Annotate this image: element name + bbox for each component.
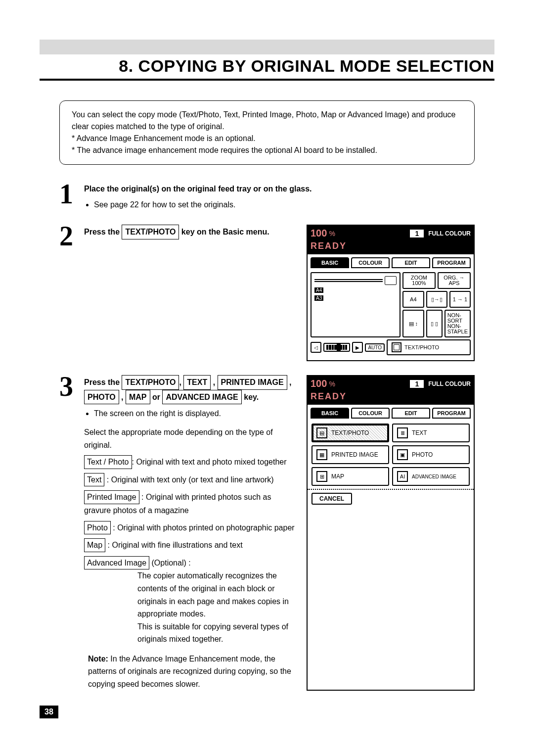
text: Press the [84, 228, 122, 236]
tab-basic[interactable]: BASIC [311, 257, 349, 268]
mode-text-desc: : Original with text only (or text and l… [104, 475, 273, 484]
sort-icon[interactable]: ▯ ▯ [426, 310, 443, 337]
tab-edit[interactable]: EDIT [392, 408, 430, 419]
nonsort-nonstaple[interactable]: NON-SORTNON-STAPLE [445, 310, 471, 337]
tab-edit[interactable]: EDIT [392, 257, 430, 268]
density-track[interactable] [323, 343, 350, 352]
key-photo: PHOTO [84, 390, 119, 405]
mode-map-desc: : Original with fine illustrations and t… [105, 541, 242, 549]
tab-program[interactable]: PROGRAM [432, 408, 471, 419]
mode-textphoto-label: Text / Photo [84, 455, 132, 469]
mode-photo-label: Photo [84, 521, 111, 535]
mode-btn-advanced[interactable]: AIADVANCED IMAGE [392, 467, 470, 486]
advanced-image-icon: AI [397, 471, 408, 482]
step-number: 1 [59, 183, 84, 211]
step1-bullet: See page 22 for how to set the originals… [94, 198, 475, 211]
density-right[interactable]: ▶ [352, 342, 363, 353]
hand-feed-icon [385, 276, 397, 285]
org-aps-button[interactable]: ORG. →APSA4 [438, 272, 471, 289]
full-colour-label: FULL COLOUR [428, 380, 471, 387]
intro-box: You can select the copy mode (Text/Photo… [59, 100, 475, 165]
step-2: 2 Press the TEXT/PHOTO key on the Basic … [59, 225, 475, 361]
percent-sign: % [329, 230, 335, 237]
mode-textphoto-desc: : Original with text and photo mixed tog… [132, 458, 287, 466]
percent-sign: % [329, 380, 335, 388]
step-3: 3 Press the TEXT/PHOTO, TEXT , PRINTED I… [59, 375, 475, 690]
note-body: In the Advance Image Enhancement mode, t… [88, 655, 291, 688]
paper-tray-area[interactable]: A4 A3 [311, 272, 400, 337]
intro-line: * Advance Image Enhancement mode is an o… [72, 133, 462, 144]
title-rule [40, 79, 494, 81]
full-colour-label: FULL COLOUR [428, 230, 471, 237]
tray-adjust-icon[interactable]: ▤ ↕ [402, 310, 424, 337]
step-number: 3 [59, 375, 84, 690]
step3-lead: Press the TEXT/PHOTO, TEXT , PRINTED IMA… [84, 375, 295, 404]
tab-basic[interactable]: BASIC [311, 408, 349, 419]
text: key on the Basic menu. [179, 228, 269, 236]
mode-btn-textphoto[interactable]: ▤TEXT/PHOTO [312, 424, 389, 442]
mode-advanced-desc2: This is suitable for copying several typ… [84, 620, 295, 646]
mode-btn-map[interactable]: ⊞MAP [312, 467, 389, 486]
printed-image-icon: ▦ [316, 449, 327, 460]
step3-bullet: The screen on the right is displayed. [94, 407, 295, 420]
zoom-percent: 100 [311, 228, 327, 239]
a3-tray-label: A3 [314, 295, 323, 301]
textphoto-icon [392, 342, 401, 352]
key-text: TEXT [183, 375, 211, 390]
page-title: 8. COPYING BY ORIGINAL MODE SELECTION [119, 56, 494, 75]
note-label: Note: [88, 655, 108, 663]
textphoto-icon: ▤ [316, 427, 327, 438]
key-advanced-image: ADVANCED IMAGE [162, 390, 241, 405]
mode-advanced-optional: (Optional) : [149, 559, 191, 567]
mode-btn-photo[interactable]: ▣PHOTO [392, 445, 470, 464]
zoom-percent: 100 [311, 378, 327, 389]
select-line: Select the appropriate mode depending on… [84, 426, 295, 451]
intro-line: You can select the copy mode (Text/Photo… [72, 109, 462, 133]
photo-icon: ▣ [397, 449, 408, 460]
copies-count: 1 [409, 379, 424, 388]
cancel-button[interactable]: CANCEL [312, 493, 352, 505]
step-1: 1 Place the original(s) on the original … [59, 183, 475, 211]
text-icon: ≣ [397, 427, 408, 438]
tab-program[interactable]: PROGRAM [432, 257, 471, 268]
step2-lead: Press the TEXT/PHOTO key on the Basic me… [84, 225, 295, 239]
mode-btn-text[interactable]: ≣TEXT [392, 424, 470, 442]
textphoto-button[interactable]: TEXT/PHOTO [387, 339, 471, 355]
map-icon: ⊞ [316, 471, 327, 482]
density-left[interactable]: ◁ [311, 342, 321, 353]
copier-panel-modes: 100 % 1 FULL COLOUR READY BASIC COLOUR E… [307, 375, 475, 690]
key-printed-image: PRINTED IMAGE [218, 375, 287, 390]
one-to-one[interactable]: 1 → 1 [449, 291, 471, 308]
step-number: 2 [59, 225, 84, 361]
zoom-button[interactable]: ZOOM100% [402, 272, 436, 289]
a4-tray-label: A4 [314, 287, 323, 293]
ready-status: READY [308, 241, 474, 254]
mode-advanced-desc1: The copier automatically recognizes the … [84, 569, 295, 620]
auto-button[interactable]: AUTO [365, 343, 385, 352]
a4-button[interactable]: A4 [402, 291, 424, 308]
header-bar [40, 40, 494, 54]
mode-photo-desc: : Original with photos printed on photog… [111, 523, 295, 532]
copier-panel-basic: 100 % 1 FULL COLOUR READY BASIC COLOUR E… [307, 225, 475, 361]
ready-status: READY [308, 391, 474, 405]
intro-line: * The advance image enhancement mode req… [72, 144, 462, 156]
key-map: MAP [126, 390, 150, 405]
mode-map-label: Map [84, 538, 105, 552]
step1-lead: Place the original(s) on the original fe… [84, 183, 475, 195]
key-textphoto: TEXT/PHOTO [122, 375, 179, 390]
textphoto-key: TEXT/PHOTO [122, 225, 179, 239]
mode-btn-printed[interactable]: ▦PRINTED IMAGE [312, 445, 389, 464]
duplex-icon[interactable]: ▯→▯ [426, 291, 447, 308]
page-number: 38 [40, 706, 58, 718]
copies-count: 1 [409, 229, 424, 238]
mode-text-label: Text [84, 473, 104, 487]
tab-colour[interactable]: COLOUR [351, 408, 390, 419]
mode-printed-label: Printed Image [84, 490, 139, 504]
tab-colour[interactable]: COLOUR [351, 257, 390, 268]
mode-advanced-label: Advanced Image [84, 556, 149, 570]
